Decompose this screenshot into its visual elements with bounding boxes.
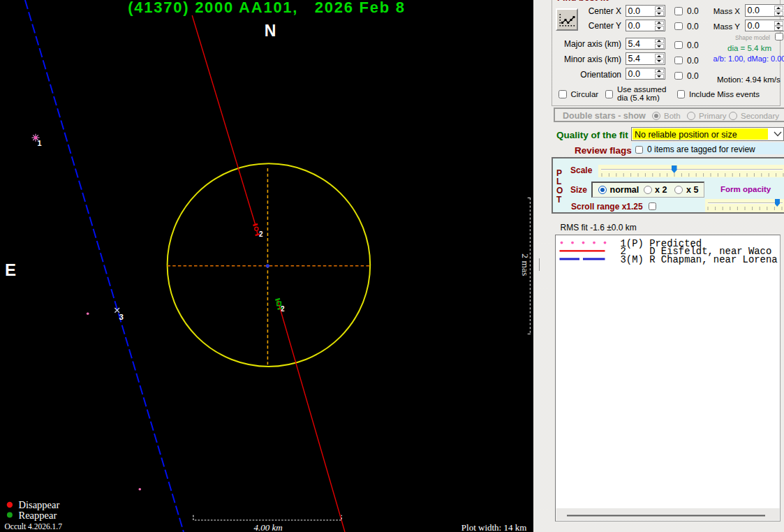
- svg-text:2 mas: 2 mas: [520, 253, 531, 276]
- svg-text:3: 3: [119, 313, 124, 321]
- svg-text:N: N: [265, 22, 276, 40]
- svg-text:Reappear: Reappear: [19, 510, 57, 521]
- svg-text:Disappear: Disappear: [19, 499, 60, 510]
- svg-text:Plot width: 14 km: Plot width: 14 km: [461, 522, 527, 532]
- svg-text:1: 1: [38, 139, 42, 147]
- svg-text:3(M) R Chapman, near Lorena: 3(M) R Chapman, near Lorena: [621, 254, 778, 265]
- svg-text:4.00 km: 4.00 km: [253, 522, 282, 532]
- svg-text:(41370) 2000 AA101, 2026 Feb: (41370) 2000 AA101, 2026 Feb 8: [128, 0, 406, 16]
- svg-text:2: 2: [259, 230, 263, 238]
- svg-text:E: E: [5, 260, 16, 279]
- svg-text:Occult 4.2026.1.7: Occult 4.2026.1.7: [5, 522, 63, 531]
